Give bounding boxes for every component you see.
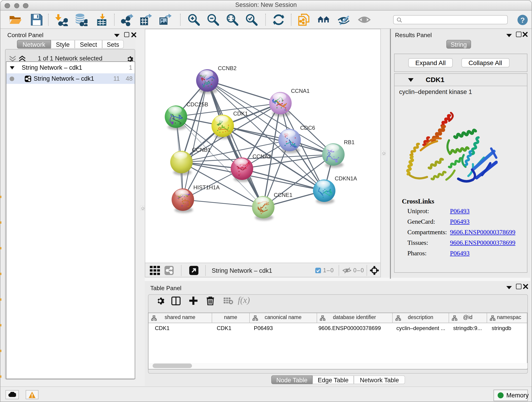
svg-text:RB1: RB1 bbox=[344, 139, 355, 145]
svg-text:CDK1: CDK1 bbox=[233, 110, 248, 116]
svg-text:?: ? bbox=[520, 16, 525, 24]
svg-text:CCNB1: CCNB1 bbox=[192, 147, 210, 153]
svg-text:CDC25B: CDC25B bbox=[186, 101, 208, 107]
svg-text:CCNA2: CCNA2 bbox=[253, 153, 271, 159]
svg-text:CCNE1: CCNE1 bbox=[274, 191, 292, 198]
svg-text:CCNA1: CCNA1 bbox=[291, 88, 310, 94]
svg-text:CDC6: CDC6 bbox=[300, 124, 315, 131]
svg-text:HIST1H1A: HIST1H1A bbox=[193, 184, 220, 190]
svg-text:CDKN1A: CDKN1A bbox=[335, 175, 357, 181]
svg-text:CCNB2: CCNB2 bbox=[218, 65, 236, 71]
